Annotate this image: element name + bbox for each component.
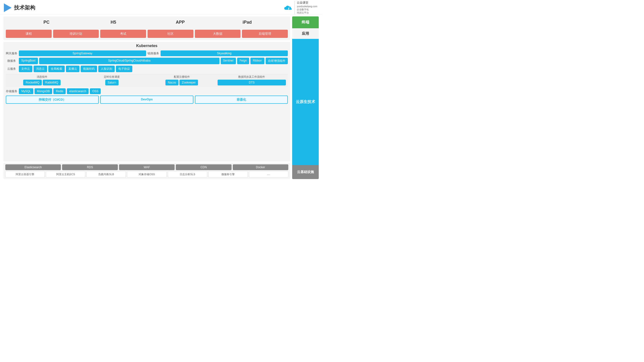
msg-component-group: 消息组件 RocketMQ RabbitMQ [8,75,76,85]
left-panel: PC H5 APP iPad 课程 培训计划 考试 社区 大数据 后端管理 Ku… [4,16,290,179]
infra-slb: 负载均衡SLB [86,171,126,178]
platform-pc: PC [13,18,80,26]
main-content: PC H5 APP iPad 课程 培训计划 考试 社区 大数据 后端管理 Ku… [0,14,322,181]
rabbitmq-tag: RabbitMQ [43,80,60,85]
infra-es: Elasticsearch [5,164,61,170]
gateway-col: 网关服务 SpringGateway [6,50,146,56]
config-label: 配置注册组件 [148,75,216,79]
search-tag: 全局检索 [48,66,65,72]
cloud-tags: 文件云 消息云 全局检索 直播云 视频转码 人脸识别 电子协议 [19,66,288,72]
dts-tag: DTS [218,80,286,85]
app-kaoshi: 考试 [100,30,146,38]
saturn-tag: Saturn [105,80,118,85]
springboot-tag: SpringBoot [19,58,38,64]
brand-url: yunduoketang.com [297,5,317,8]
schedule-tags: Saturn [78,80,146,85]
cicd-btn: 持续交付（CI/CD） [6,96,99,104]
brand-text: 云朵课堂 yunduoketang.com 企业数字化 培训云平台 [294,1,317,14]
container-btn: 容器化 [195,96,288,104]
schedule-group: 定时任务调度 Saturn [78,75,146,85]
custom-tag: 自研增强组件 [266,58,288,64]
rocketmq-tag: RocketMQ [23,80,42,85]
right-cloud-native: 云原生技术 [292,39,319,165]
cloud-label: 云服务 [6,67,18,71]
brand-name: 云朵课堂 [297,1,317,5]
infra-sls: 日志分析SLS [168,171,207,178]
cicd-row: 持续交付（CI/CD） DevOps 容器化 [6,96,288,104]
app-dashuju: 大数据 [195,30,241,38]
platform-h5: H5 [80,18,147,26]
elasticsearch-tag: elasticsearch [67,88,88,94]
msg-component-tags: RocketMQ RabbitMQ [8,80,76,85]
brand-logo: 云朵课堂 yunduoketang.com 企业数字化 培训云平台 [284,1,317,14]
infra-ecs: 阿里云主机ECS [46,171,85,178]
trace-tags: Skywalking [160,50,288,56]
springcloud-tag: SpringCloud/SpringCloudAlibaba [39,58,219,64]
gateway-label: 网关服务 [6,51,18,55]
app-shequ: 社区 [148,30,194,38]
cloud-svg-icon [284,4,293,11]
header: 技术架构 云朵课堂 yunduoketang.com 企业数字化 培训云平台 [0,0,322,14]
platform-section: PC H5 APP iPad 课程 培训计划 考试 社区 大数据 后端管理 [4,16,290,40]
storage-row: 存储服务 MySQL MongoDB Redis elasticsearch O… [6,88,288,94]
infra-docker: Docker [233,164,288,170]
storage-label: 存储服务 [6,89,18,93]
mongodb-tag: MongoDB [34,88,52,94]
oss-tag: OSS [90,88,101,94]
platform-row: PC H5 APP iPad [4,16,290,28]
platform-ipad: iPad [214,18,280,26]
infra-aci: 阿里云容器引擎 [5,171,45,178]
datasync-tags: DTS [218,80,286,85]
logo-icon [4,3,12,12]
right-app: 应用 [292,28,319,39]
right-terminal: 终端 [292,16,319,28]
redis-tag: Redis [53,88,66,94]
cloud-service-row: 云服务 文件云 消息云 全局检索 直播云 视频转码 人脸识别 电子协议 [6,66,288,72]
skywalking-tag: Skywalking [160,50,288,56]
header-left: 技术架构 [4,3,35,12]
infra-more: .... [249,171,288,178]
sentinel-tag: Sentinel [221,58,236,64]
mysql-tag: MySQL [19,88,33,94]
zookeeper-tag: Zookeeper [180,80,198,85]
feign-tag: Feign [237,58,249,64]
brand-desc: 企业数字化 [297,8,317,11]
infra-row2: 阿里云容器引擎 阿里云主机ECS 负载均衡SLB 对象存储OSS 日志分析SLS… [5,171,288,178]
file-cloud-tag: 文件云 [19,66,32,72]
nacos-tag: Nacos [166,80,178,85]
gateway-trace-row: 网关服务 SpringGateway 链路服务 Skywalking [6,50,288,56]
brand-sub: 培训云平台 [297,11,317,14]
config-tags: Nacos Zookeeper [148,80,216,85]
components-grid: 消息组件 RocketMQ RabbitMQ 定时任务调度 Saturn 配 [8,75,286,85]
app-peixun: 培训计划 [53,30,99,38]
k8s-title: Kubernetes [6,43,288,49]
live-tag: 直播云 [66,66,80,72]
kubernetes-section: Kubernetes 网关服务 SpringGateway 链路服务 Skywa… [4,42,290,161]
msg-cloud-tag: 消息云 [34,66,47,72]
trace-col: 链路服务 Skywalking [148,50,288,56]
schedule-label: 定时任务调度 [78,75,146,79]
microservice-label: 微服务 [6,59,18,63]
right-infra: 云基础设施 [292,165,319,179]
apps-row: 课程 培训计划 考试 社区 大数据 后端管理 [4,28,290,40]
datasync-group: 数据同步及工作流组件 DTS [218,75,286,85]
microservice-tags: SpringBoot SpringCloud/SpringCloudAlibab… [19,58,288,64]
infra-oss: 对象存储OSS [127,171,166,178]
page-title: 技术架构 [14,4,35,11]
right-panel: 终端 应用 云原生技术 云基础设施 [292,16,319,179]
storage-tags: MySQL MongoDB Redis elasticsearch OSS [19,88,288,94]
cloud-infra-section: Elasticsearch RDS WAF CDN Docker 阿里云容器引擎… [4,163,290,179]
trace-label: 链路服务 [148,51,159,55]
infra-cdn: CDN [176,164,231,170]
microservice-row: 微服务 SpringBoot SpringCloud/SpringCloudAl… [6,58,288,64]
app-kecheng: 课程 [6,30,52,38]
config-group: 配置注册组件 Nacos Zookeeper [148,75,216,85]
infra-waf: WAF [119,164,174,170]
springgateway-tag: SpringGateway [19,50,146,56]
face-tag: 人脸识别 [98,66,115,72]
app-houduan: 后端管理 [242,30,288,38]
platform-app: APP [147,18,214,26]
infra-mse: 微服务引擎 [208,171,248,178]
gateway-tags: SpringGateway [19,50,146,56]
infra-rds: RDS [62,164,118,170]
